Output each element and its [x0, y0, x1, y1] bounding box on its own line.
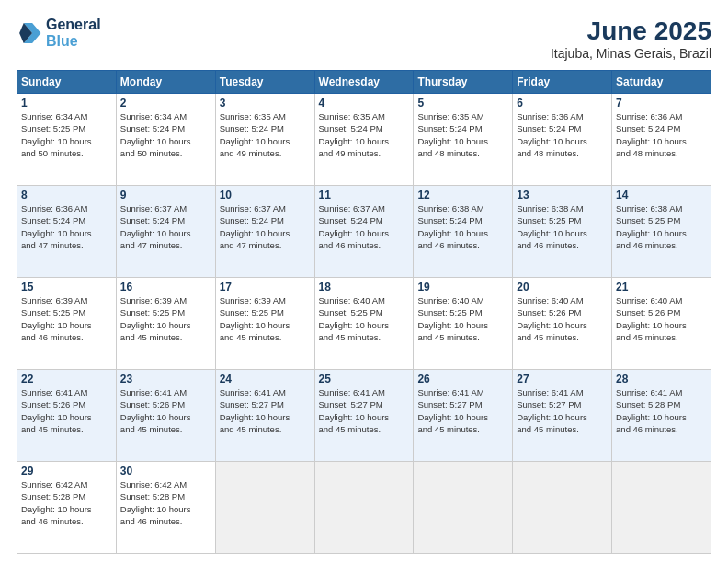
day-info: Sunrise: 6:40 AM Sunset: 5:26 PM Dayligh… [517, 294, 608, 343]
day-number: 1 [21, 97, 112, 109]
day-info: Sunrise: 6:38 AM Sunset: 5:25 PM Dayligh… [517, 202, 608, 251]
day-number: 28 [616, 373, 707, 385]
table-row: 6Sunrise: 6:36 AM Sunset: 5:24 PM Daylig… [513, 94, 612, 186]
table-row: 12Sunrise: 6:38 AM Sunset: 5:24 PM Dayli… [414, 186, 513, 278]
day-info: Sunrise: 6:37 AM Sunset: 5:24 PM Dayligh… [220, 202, 311, 251]
day-number: 3 [220, 97, 311, 109]
day-number: 27 [517, 373, 608, 385]
day-info: Sunrise: 6:36 AM Sunset: 5:24 PM Dayligh… [517, 110, 608, 159]
table-row: 5Sunrise: 6:35 AM Sunset: 5:24 PM Daylig… [414, 94, 513, 186]
table-row: 17Sunrise: 6:39 AM Sunset: 5:25 PM Dayli… [215, 278, 314, 370]
logo: General Blue [17, 17, 101, 49]
table-row: 7Sunrise: 6:36 AM Sunset: 5:24 PM Daylig… [612, 94, 711, 186]
day-number: 20 [517, 281, 608, 293]
col-tuesday: Tuesday [215, 71, 314, 94]
day-number: 19 [417, 281, 508, 293]
table-row: 25Sunrise: 6:41 AM Sunset: 5:27 PM Dayli… [314, 370, 414, 462]
table-row: 21Sunrise: 6:40 AM Sunset: 5:26 PM Dayli… [612, 278, 711, 370]
day-number: 14 [616, 189, 707, 201]
day-number: 5 [417, 97, 508, 109]
day-info: Sunrise: 6:41 AM Sunset: 5:26 PM Dayligh… [21, 386, 112, 435]
day-number: 16 [120, 281, 211, 293]
col-friday: Friday [513, 71, 612, 94]
col-sunday: Sunday [17, 71, 117, 94]
col-wednesday: Wednesday [314, 71, 414, 94]
calendar-table: Sunday Monday Tuesday Wednesday Thursday… [17, 70, 711, 554]
day-number: 23 [120, 373, 211, 385]
table-row [314, 462, 414, 554]
table-row: 28Sunrise: 6:41 AM Sunset: 5:28 PM Dayli… [612, 370, 711, 462]
logo-text: General Blue [46, 17, 101, 49]
table-row: 18Sunrise: 6:40 AM Sunset: 5:25 PM Dayli… [314, 278, 414, 370]
table-row: 30Sunrise: 6:42 AM Sunset: 5:28 PM Dayli… [116, 462, 215, 554]
table-row: 8Sunrise: 6:36 AM Sunset: 5:24 PM Daylig… [17, 186, 117, 278]
day-number: 7 [616, 97, 707, 109]
calendar-week-row: 22Sunrise: 6:41 AM Sunset: 5:26 PM Dayli… [17, 370, 711, 462]
col-thursday: Thursday [414, 71, 513, 94]
day-number: 18 [319, 281, 410, 293]
day-number: 30 [120, 465, 211, 477]
day-number: 6 [517, 97, 608, 109]
table-row: 1Sunrise: 6:34 AM Sunset: 5:25 PM Daylig… [17, 94, 117, 186]
calendar-header-row: Sunday Monday Tuesday Wednesday Thursday… [17, 71, 711, 94]
calendar-week-row: 8Sunrise: 6:36 AM Sunset: 5:24 PM Daylig… [17, 186, 711, 278]
day-info: Sunrise: 6:39 AM Sunset: 5:25 PM Dayligh… [120, 294, 211, 343]
day-info: Sunrise: 6:35 AM Sunset: 5:24 PM Dayligh… [220, 110, 311, 159]
logo-icon [17, 20, 42, 46]
calendar-week-row: 15Sunrise: 6:39 AM Sunset: 5:25 PM Dayli… [17, 278, 711, 370]
title-block: June 2025 Itajuba, Minas Gerais, Brazil [551, 17, 711, 61]
logo-line1: General [46, 17, 101, 33]
day-info: Sunrise: 6:36 AM Sunset: 5:24 PM Dayligh… [616, 110, 707, 159]
day-number: 8 [21, 189, 112, 201]
day-info: Sunrise: 6:40 AM Sunset: 5:25 PM Dayligh… [319, 294, 410, 343]
table-row: 27Sunrise: 6:41 AM Sunset: 5:27 PM Dayli… [513, 370, 612, 462]
header: General Blue June 2025 Itajuba, Minas Ge… [17, 17, 711, 61]
day-number: 4 [319, 97, 410, 109]
page: General Blue June 2025 Itajuba, Minas Ge… [0, 0, 728, 563]
calendar-week-row: 1Sunrise: 6:34 AM Sunset: 5:25 PM Daylig… [17, 94, 711, 186]
day-info: Sunrise: 6:35 AM Sunset: 5:24 PM Dayligh… [319, 110, 410, 159]
table-row: 24Sunrise: 6:41 AM Sunset: 5:27 PM Dayli… [215, 370, 314, 462]
table-row: 11Sunrise: 6:37 AM Sunset: 5:24 PM Dayli… [314, 186, 414, 278]
col-monday: Monday [116, 71, 215, 94]
day-info: Sunrise: 6:37 AM Sunset: 5:24 PM Dayligh… [120, 202, 211, 251]
day-number: 11 [319, 189, 410, 201]
table-row [215, 462, 314, 554]
day-number: 26 [417, 373, 508, 385]
day-info: Sunrise: 6:41 AM Sunset: 5:27 PM Dayligh… [220, 386, 311, 435]
day-info: Sunrise: 6:42 AM Sunset: 5:28 PM Dayligh… [120, 478, 211, 527]
day-info: Sunrise: 6:42 AM Sunset: 5:28 PM Dayligh… [21, 478, 112, 527]
table-row: 23Sunrise: 6:41 AM Sunset: 5:26 PM Dayli… [116, 370, 215, 462]
day-number: 29 [21, 465, 112, 477]
location-title: Itajuba, Minas Gerais, Brazil [551, 46, 711, 61]
table-row: 20Sunrise: 6:40 AM Sunset: 5:26 PM Dayli… [513, 278, 612, 370]
logo-line2: Blue [46, 33, 78, 49]
day-info: Sunrise: 6:38 AM Sunset: 5:24 PM Dayligh… [417, 202, 508, 251]
col-saturday: Saturday [612, 71, 711, 94]
table-row: 13Sunrise: 6:38 AM Sunset: 5:25 PM Dayli… [513, 186, 612, 278]
table-row: 22Sunrise: 6:41 AM Sunset: 5:26 PM Dayli… [17, 370, 117, 462]
table-row: 16Sunrise: 6:39 AM Sunset: 5:25 PM Dayli… [116, 278, 215, 370]
day-info: Sunrise: 6:41 AM Sunset: 5:28 PM Dayligh… [616, 386, 707, 435]
day-number: 22 [21, 373, 112, 385]
day-info: Sunrise: 6:40 AM Sunset: 5:26 PM Dayligh… [616, 294, 707, 343]
day-info: Sunrise: 6:34 AM Sunset: 5:25 PM Dayligh… [21, 110, 112, 159]
day-info: Sunrise: 6:36 AM Sunset: 5:24 PM Dayligh… [21, 202, 112, 251]
table-row: 10Sunrise: 6:37 AM Sunset: 5:24 PM Dayli… [215, 186, 314, 278]
table-row: 3Sunrise: 6:35 AM Sunset: 5:24 PM Daylig… [215, 94, 314, 186]
day-info: Sunrise: 6:41 AM Sunset: 5:27 PM Dayligh… [517, 386, 608, 435]
day-number: 25 [319, 373, 410, 385]
day-info: Sunrise: 6:41 AM Sunset: 5:27 PM Dayligh… [417, 386, 508, 435]
table-row: 2Sunrise: 6:34 AM Sunset: 5:24 PM Daylig… [116, 94, 215, 186]
table-row [513, 462, 612, 554]
day-number: 2 [120, 97, 211, 109]
day-number: 17 [220, 281, 311, 293]
day-info: Sunrise: 6:38 AM Sunset: 5:25 PM Dayligh… [616, 202, 707, 251]
calendar-week-row: 29Sunrise: 6:42 AM Sunset: 5:28 PM Dayli… [17, 462, 711, 554]
day-number: 13 [517, 189, 608, 201]
day-info: Sunrise: 6:35 AM Sunset: 5:24 PM Dayligh… [417, 110, 508, 159]
table-row [414, 462, 513, 554]
table-row [612, 462, 711, 554]
day-number: 10 [220, 189, 311, 201]
table-row: 9Sunrise: 6:37 AM Sunset: 5:24 PM Daylig… [116, 186, 215, 278]
